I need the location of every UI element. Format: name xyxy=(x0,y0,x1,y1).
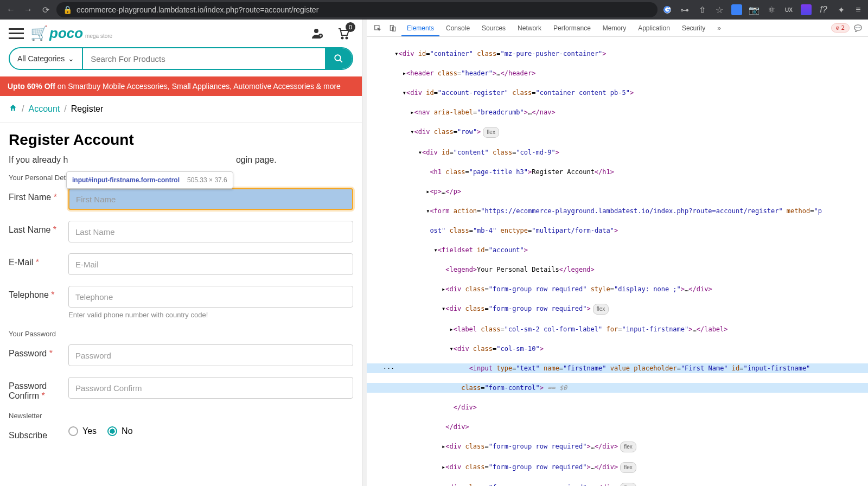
tab-network[interactable]: Network xyxy=(512,20,547,36)
search-input[interactable] xyxy=(83,48,325,69)
tab-more[interactable]: » xyxy=(712,20,726,36)
subscribe-no[interactable]: No xyxy=(107,426,132,436)
page-viewport: 🛒poco mega store 0 All Categories ⌄ xyxy=(0,20,362,486)
selected-dom-node: ··· <input type="text" name="firstname" … xyxy=(367,363,868,373)
firstname-label: First Name * xyxy=(9,188,68,202)
email-label: E-Mail * xyxy=(9,253,68,267)
camera-icon[interactable]: 📷 xyxy=(749,4,760,15)
extension-icons: ⊶ ⇧ ☆ 📷 ⚛ UX f? ✦ ≡ xyxy=(662,4,864,15)
error-badge[interactable]: 2 xyxy=(831,23,850,33)
confirm-input[interactable] xyxy=(68,377,353,399)
promo-banner[interactable]: Upto 60% Off on Smartbuy Mobile Accessor… xyxy=(0,76,362,96)
site-logo[interactable]: 🛒poco mega store xyxy=(30,25,112,42)
telephone-label: Telephone * xyxy=(9,286,68,300)
react-icon[interactable]: ⚛ xyxy=(766,4,777,15)
inspect-icon[interactable] xyxy=(371,22,384,35)
forward-button[interactable]: → xyxy=(22,3,35,16)
svg-point-4 xyxy=(346,37,348,39)
lock-icon: 🔒 xyxy=(63,5,72,14)
share-icon[interactable]: ⇧ xyxy=(697,4,707,15)
lastname-label: Last Name * xyxy=(9,221,68,235)
search-button[interactable] xyxy=(325,48,352,69)
tab-memory[interactable]: Memory xyxy=(597,20,631,36)
url-text: ecommerce-playground.lambdatest.io/index… xyxy=(76,5,318,14)
scrollbar[interactable] xyxy=(362,20,367,486)
ext-purple-icon[interactable] xyxy=(801,4,812,15)
svg-rect-7 xyxy=(390,25,393,30)
category-dropdown[interactable]: All Categories ⌄ xyxy=(10,48,83,69)
tab-security[interactable]: Security xyxy=(676,20,711,36)
tab-elements[interactable]: Elements xyxy=(401,20,439,36)
page-title: Register Account xyxy=(9,131,353,149)
lastname-input[interactable] xyxy=(68,221,353,242)
confirm-label: Password Confirm * xyxy=(9,377,68,401)
legend-password: Your Password xyxy=(9,330,353,338)
back-button[interactable]: ← xyxy=(4,3,17,16)
telephone-input[interactable] xyxy=(68,286,353,308)
ext-blue-icon[interactable] xyxy=(731,4,742,15)
devtools-panel: Elements Console Sources Network Perform… xyxy=(367,20,868,486)
menu-icon[interactable]: ≡ xyxy=(853,4,864,15)
func-icon[interactable]: f? xyxy=(818,4,829,15)
svg-point-3 xyxy=(342,37,343,39)
dom-tree[interactable]: ▾<div id="container" class="mz-pure-push… xyxy=(367,37,868,486)
subscribe-label: Subscribe xyxy=(9,426,68,440)
key-icon[interactable]: ⊶ xyxy=(679,4,690,15)
svg-point-1 xyxy=(314,29,318,33)
subtitle-text: If you already have an account with us, … xyxy=(9,155,353,165)
breadcrumb: / Account / Register xyxy=(0,96,362,123)
tab-application[interactable]: Application xyxy=(633,20,675,36)
email-input[interactable] xyxy=(68,253,353,275)
tab-sources[interactable]: Sources xyxy=(476,20,511,36)
subscribe-yes[interactable]: Yes xyxy=(68,426,97,436)
account-icon[interactable] xyxy=(308,25,327,42)
devtools-tabs: Elements Console Sources Network Perform… xyxy=(401,20,726,36)
star-icon[interactable]: ☆ xyxy=(714,4,725,15)
password-label: Password * xyxy=(9,344,68,359)
google-icon[interactable] xyxy=(662,4,673,15)
register-crumb: Register xyxy=(71,104,104,114)
ux-icon[interactable]: UX xyxy=(783,4,794,15)
browser-toolbar: ← → ⟳ 🔒 ecommerce-playground.lambdatest.… xyxy=(0,0,868,20)
svg-point-5 xyxy=(335,55,341,61)
messages-icon[interactable]: 💬 xyxy=(852,24,864,32)
legend-newsletter: Newsletter xyxy=(9,412,353,420)
cart-badge: 0 xyxy=(346,22,355,32)
tab-performance[interactable]: Performance xyxy=(548,20,596,36)
address-bar[interactable]: 🔒 ecommerce-playground.lambdatest.io/ind… xyxy=(56,2,658,17)
firstname-input[interactable] xyxy=(68,188,353,210)
home-crumb[interactable] xyxy=(9,104,17,114)
element-inspector-tooltip: input#input-firstname.form-control 505.3… xyxy=(66,171,233,189)
chevron-down-icon: ⌄ xyxy=(68,54,74,63)
account-crumb[interactable]: Account xyxy=(28,104,60,114)
extensions-icon[interactable]: ✦ xyxy=(835,4,846,15)
menu-toggle[interactable] xyxy=(9,28,24,39)
telephone-hint: Enter valid phone number with country co… xyxy=(68,311,353,319)
reload-button[interactable]: ⟳ xyxy=(39,3,52,16)
search-box: All Categories ⌄ xyxy=(9,47,353,70)
tab-console[interactable]: Console xyxy=(441,20,475,36)
device-toggle-icon[interactable] xyxy=(386,22,399,35)
cart-icon[interactable]: 0 xyxy=(334,25,353,42)
password-input[interactable] xyxy=(68,344,353,366)
